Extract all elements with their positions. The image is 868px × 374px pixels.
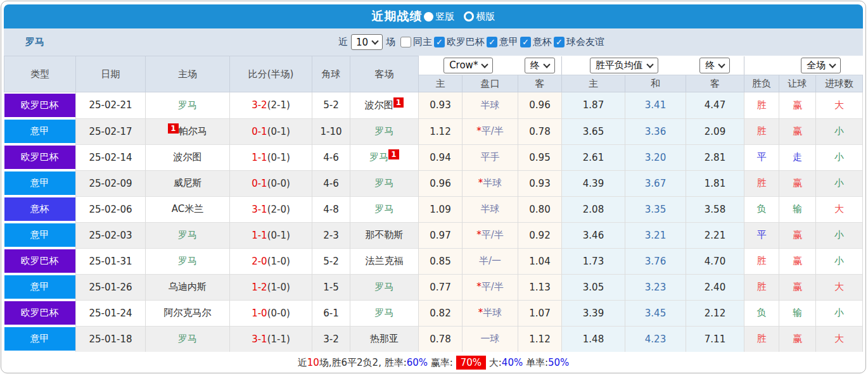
team-label: 罗马: [178, 99, 197, 111]
home-odds-cell: 0.93: [419, 92, 463, 119]
avg-type-select-value: 胜平负均值: [596, 59, 643, 72]
halftime-score: (1-1): [267, 333, 290, 345]
date-cell: 25-02-03: [76, 222, 146, 248]
team-label: 罗马: [375, 125, 394, 137]
avg-away-cell: 7.11: [686, 326, 744, 352]
corners-cell: 3-2: [312, 326, 350, 352]
summary-segment: 10: [307, 357, 319, 368]
team-label: 乌迪内斯: [169, 281, 207, 292]
away-odds-cell: 1.04: [518, 248, 562, 274]
avg-draw-cell: 3.21: [625, 222, 686, 248]
result-cell: 平: [744, 222, 779, 248]
avg-draw-cell: 4.23: [625, 326, 686, 352]
avg-time-select[interactable]: 终: [699, 58, 730, 73]
avg-home-cell: 2.61: [562, 144, 625, 170]
title-bar: 近期战绩 竖版 横版: [4, 4, 863, 28]
home-team-cell: 罗马: [146, 222, 230, 248]
handicap-label: 平手: [481, 151, 500, 163]
handicap-label: 平/半: [482, 281, 504, 292]
goals-result-cell: 大: [816, 274, 863, 300]
score-cell: 1-1(0-1): [230, 222, 312, 248]
avg-draw-cell: 3.67: [625, 170, 686, 196]
corners-cell: 4-6: [312, 170, 350, 196]
fulltime-score: 2-0: [252, 256, 267, 267]
home-odds-cell: 1.12: [419, 118, 463, 144]
score-cell: 3-1(1-1): [230, 326, 312, 352]
date-cell: 25-02-14: [76, 144, 146, 170]
summary-segment: 近: [298, 357, 307, 368]
score-cell: 0-1(0-0): [230, 170, 312, 196]
avg-home-cell: 1.48: [562, 326, 625, 352]
table-row: 意甲25-02-09威尼斯0-1(0-0)4-6罗马0.96*半球0.934.3…: [4, 170, 863, 196]
league-checkbox[interactable]: ✓: [520, 37, 531, 47]
chevron-down-icon: [543, 61, 550, 68]
sub-col-header: 让球: [779, 75, 816, 92]
sub-col-header: 主: [562, 75, 625, 92]
league-checkbox[interactable]: ✓: [554, 37, 565, 47]
handicap-result-cell: 赢: [779, 274, 816, 300]
team-label: 罗马: [375, 281, 394, 292]
handicap-cell: 半/一: [463, 248, 518, 274]
horizontal-radio-label[interactable]: 横版: [476, 11, 495, 23]
scope-select[interactable]: 全场: [801, 58, 841, 73]
avg-away-cell: 1.81: [686, 170, 744, 196]
odds-time-select[interactable]: 终: [525, 58, 555, 73]
result-cell: 胜: [744, 170, 779, 196]
vertical-radio-label[interactable]: 竖版: [436, 11, 455, 23]
red-card-badge: 1: [393, 97, 404, 108]
handicap-label: 半球: [481, 99, 500, 111]
avg-draw-value: 3.21: [645, 230, 666, 241]
halftime-score: (1-0): [267, 256, 290, 267]
score-cell: 3-2(2-1): [230, 92, 312, 119]
avg-home-cell: 3.39: [562, 300, 625, 326]
avg-draw-value: 3.67: [645, 178, 666, 189]
league-checkbox[interactable]: ✓: [487, 37, 497, 47]
avg-draw-value: 3.45: [645, 308, 666, 319]
fulltime-score: 1-0: [252, 308, 267, 319]
vertical-radio[interactable]: [424, 12, 433, 22]
team-label: 罗马: [369, 151, 388, 163]
fulltime-score: 0-1: [252, 126, 267, 137]
halftime-score: (0-1): [267, 126, 290, 137]
handicap-cell: 半球: [463, 196, 518, 222]
league-badge: 欧罗巴杯: [4, 249, 76, 273]
bookmaker-select[interactable]: Crow*: [444, 58, 493, 73]
handicap-result-cell: 赢: [779, 248, 816, 274]
matches-label: 场: [386, 36, 395, 48]
same-home-checkbox[interactable]: [400, 37, 411, 47]
league-badge-cell: 意甲: [4, 118, 76, 144]
chevron-down-icon: [482, 61, 488, 68]
away-team-cell: 波尔图1: [350, 92, 419, 119]
scope-select-value: 全场: [807, 59, 826, 72]
goals-result-cell: 小: [816, 300, 863, 326]
handicap-star: *: [476, 229, 482, 240]
filter-bar: 罗马 近 10 场 同主 ✓欧罗巴杯✓意甲✓意杯✓球会友谊: [4, 28, 863, 56]
away-odds-cell: 0.78: [518, 118, 562, 144]
away-team-cell: 罗马: [350, 170, 419, 196]
league-checkbox[interactable]: ✓: [434, 37, 445, 47]
handicap-result-cell: 输: [779, 300, 816, 326]
sub-col-header: 盘口: [463, 75, 518, 92]
away-team-cell: 罗马: [350, 196, 419, 222]
recent-count-select[interactable]: 10: [351, 34, 383, 50]
halftime-score: (0-1): [267, 152, 290, 163]
league-badge: 欧罗巴杯: [4, 146, 76, 169]
result-cell: 胜: [744, 248, 779, 274]
chevron-down-icon: [829, 61, 836, 68]
chevron-down-icon: [371, 37, 378, 44]
league-badge-cell: 意甲: [4, 170, 76, 196]
handicap-label: 半球: [481, 203, 500, 215]
league-checkbox-label: 欧罗巴杯: [447, 36, 485, 47]
team-label: 帕尔马: [179, 125, 207, 137]
halftime-score: (1-0): [267, 282, 290, 293]
avg-type-select[interactable]: 胜平负均值: [590, 58, 658, 73]
league-badge-cell: 意甲: [4, 326, 76, 352]
score-cell: 3-1(2-0): [230, 196, 312, 222]
avg-home-cell: 3.46: [562, 222, 625, 248]
away-team-cell: 罗马: [350, 274, 419, 300]
horizontal-radio[interactable]: [464, 11, 474, 22]
corners-cell: 6-1: [312, 300, 350, 326]
team-label: 罗马: [375, 203, 394, 215]
avg-away-cell: 4.70: [686, 248, 744, 274]
handicap-star: *: [476, 281, 482, 292]
